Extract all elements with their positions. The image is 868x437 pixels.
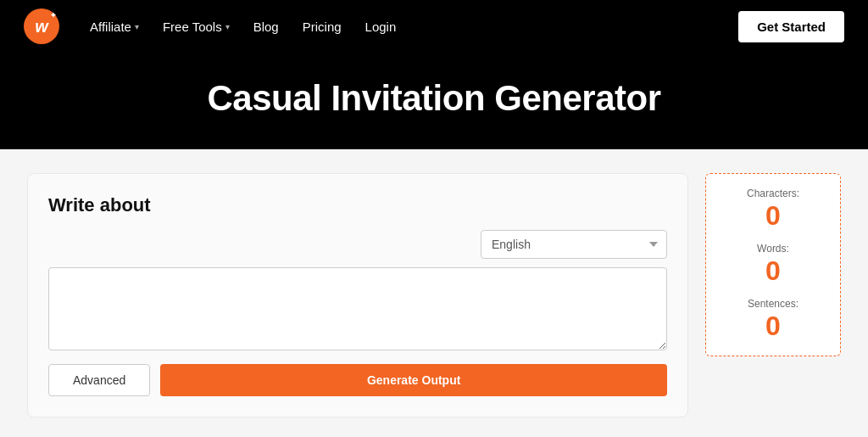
nav-item-pricing[interactable]: Pricing bbox=[303, 20, 342, 34]
words-label: Words: bbox=[716, 243, 830, 255]
action-buttons: Advanced Generate Output bbox=[48, 364, 667, 396]
characters-value: 0 bbox=[716, 201, 830, 231]
words-stat: Words: 0 bbox=[716, 243, 830, 286]
write-about-label: Write about bbox=[48, 194, 667, 216]
logo-letter: w bbox=[35, 17, 48, 36]
words-value: 0 bbox=[716, 256, 830, 286]
main-content: Write about English Spanish French Germa… bbox=[0, 149, 868, 417]
write-about-input[interactable] bbox=[48, 267, 667, 350]
sentences-label: Sentences: bbox=[716, 298, 830, 310]
get-started-button[interactable]: Get Started bbox=[738, 11, 844, 42]
nav-item-login[interactable]: Login bbox=[365, 20, 397, 34]
chevron-down-icon: ▾ bbox=[225, 22, 230, 31]
main-nav: Affiliate ▾ Free Tools ▾ Blog Pricing Lo… bbox=[90, 20, 396, 34]
advanced-button[interactable]: Advanced bbox=[48, 364, 150, 396]
generate-output-button[interactable]: Generate Output bbox=[160, 364, 667, 396]
logo[interactable]: w ✦ bbox=[24, 8, 59, 44]
stats-panel: Characters: 0 Words: 0 Sentences: 0 bbox=[705, 173, 841, 356]
nav-item-free-tools[interactable]: Free Tools ▾ bbox=[163, 20, 230, 34]
header: w ✦ Affiliate ▾ Free Tools ▾ Blog Pricin… bbox=[0, 0, 868, 53]
page-title: Casual Invitation Generator bbox=[0, 78, 868, 119]
input-panel: Write about English Spanish French Germa… bbox=[27, 173, 688, 417]
characters-stat: Characters: 0 bbox=[716, 188, 830, 231]
sentences-stat: Sentences: 0 bbox=[716, 298, 830, 341]
chevron-down-icon: ▾ bbox=[135, 22, 139, 31]
logo-star-icon: ✦ bbox=[50, 11, 57, 20]
nav-item-blog[interactable]: Blog bbox=[253, 20, 279, 34]
nav-item-affiliate[interactable]: Affiliate ▾ bbox=[90, 20, 139, 34]
characters-label: Characters: bbox=[716, 188, 830, 199]
language-row: English Spanish French German Portuguese bbox=[48, 230, 667, 259]
language-select[interactable]: English Spanish French German Portuguese bbox=[481, 230, 667, 259]
hero-section: Casual Invitation Generator bbox=[0, 53, 868, 149]
header-left: w ✦ Affiliate ▾ Free Tools ▾ Blog Pricin… bbox=[24, 8, 396, 44]
sentences-value: 0 bbox=[716, 311, 830, 341]
